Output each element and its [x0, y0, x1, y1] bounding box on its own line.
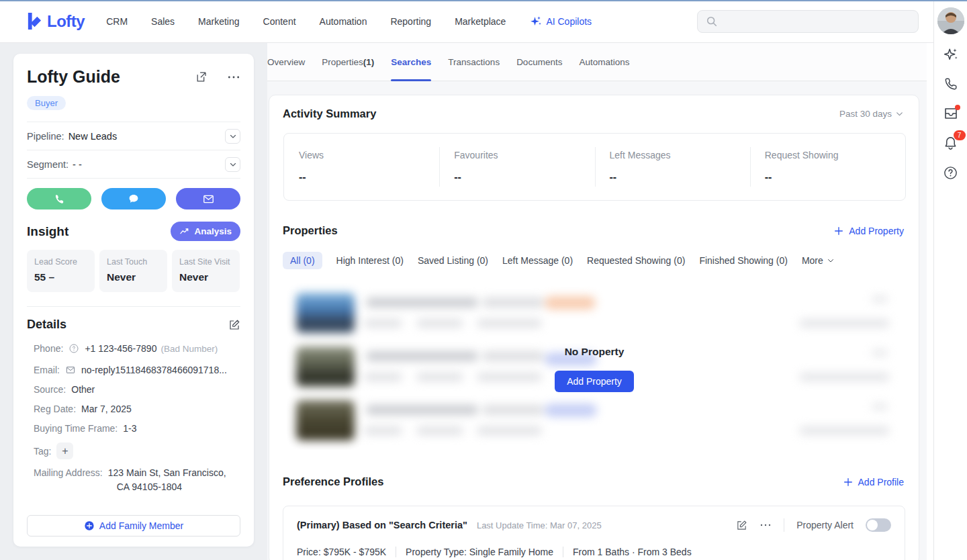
- nav-marketplace[interactable]: Marketplace: [455, 16, 506, 27]
- searches-panel: Activity Summary Past 30 days Views -- F…: [269, 95, 919, 560]
- more-menu-icon[interactable]: [227, 71, 240, 84]
- email-row: Email: no-reply15118468378466091718...: [34, 363, 240, 375]
- tag-row: Tag: +: [34, 442, 240, 459]
- chevron-down-icon: [895, 109, 904, 118]
- filter-high-interest[interactable]: High Interest (0): [336, 255, 404, 266]
- window-accent-line: [0, 0, 967, 1]
- lead-name: Lofty Guide: [27, 67, 195, 87]
- add-property-link[interactable]: Add Property: [833, 226, 904, 236]
- search-icon: [706, 15, 718, 28]
- profile-rooms: From 1 Baths · From 3 Beds: [573, 547, 692, 557]
- right-toolbar: 7: [933, 0, 967, 560]
- activity-left-messages: Left Messages --: [595, 134, 750, 200]
- nav-marketing[interactable]: Marketing: [198, 16, 239, 27]
- user-avatar[interactable]: [937, 7, 964, 34]
- tab-properties[interactable]: Properties(1): [322, 43, 374, 81]
- tab-searches[interactable]: Searches: [391, 43, 431, 81]
- dialer-icon[interactable]: [943, 76, 959, 92]
- nav-automation[interactable]: Automation: [320, 16, 367, 27]
- last-touch-card: Last Touch Never: [99, 250, 167, 292]
- profile-title: (Primary) Based on "Search Criteria": [297, 520, 467, 530]
- plus-icon: [833, 226, 844, 236]
- add-profile-link[interactable]: Add Profile: [843, 477, 904, 487]
- notifications-bell-icon[interactable]: 7: [943, 135, 959, 151]
- plus-icon: [843, 477, 854, 487]
- activity-range-dropdown[interactable]: Past 30 days: [839, 109, 904, 119]
- edit-profile-icon[interactable]: [736, 520, 747, 531]
- sparkle-icon: [530, 15, 542, 28]
- nav-crm[interactable]: CRM: [106, 16, 128, 27]
- notifications-count-badge: 7: [954, 130, 966, 140]
- phone-verify-icon: [68, 343, 79, 354]
- lofty-logo-icon: [26, 11, 42, 31]
- call-button[interactable]: [27, 188, 91, 209]
- mailing-address-row: Mailing Address: 123 Main St, San Franci…: [34, 466, 240, 494]
- top-navigation-bar: Lofty CRM Sales Marketing Content Automa…: [0, 0, 933, 43]
- message-button[interactable]: [101, 188, 166, 209]
- filter-left-message[interactable]: Left Message (0): [502, 255, 573, 266]
- main-content: Overview Properties(1) Searches Transact…: [267, 43, 933, 560]
- property-alert-label: Property Alert: [796, 520, 854, 530]
- lofty-logo[interactable]: Lofty: [26, 11, 85, 31]
- source-row: Source: Other: [34, 384, 240, 395]
- insight-title: Insight: [27, 224, 171, 239]
- activity-request-showing: Request Showing --: [750, 134, 905, 200]
- activity-favourites: Favourites --: [439, 134, 594, 200]
- last-site-visit-card: Last Site Visit Never: [172, 250, 240, 292]
- email-icon: [65, 365, 76, 375]
- property-alert-toggle[interactable]: [866, 518, 891, 532]
- ai-assistant-icon[interactable]: [943, 46, 959, 62]
- add-property-button[interactable]: Add Property: [555, 371, 634, 392]
- tab-overview[interactable]: Overview: [267, 43, 305, 81]
- edit-details-icon[interactable]: [228, 319, 240, 331]
- chart-line-icon: [179, 227, 190, 236]
- profile-type: Property Type: Single Family Home: [406, 547, 553, 557]
- profile-price: Price: $795K - $795K: [297, 547, 386, 557]
- share-icon[interactable]: [195, 71, 208, 83]
- scrollbar-track[interactable]: [927, 43, 933, 560]
- tab-transactions[interactable]: Transactions: [448, 43, 500, 81]
- email-button[interactable]: [176, 188, 240, 209]
- global-search-input[interactable]: [697, 10, 919, 33]
- help-icon[interactable]: [943, 165, 959, 181]
- chevron-down-icon: [827, 256, 835, 265]
- inbox-icon[interactable]: [943, 105, 959, 122]
- lead-score-card: Lead Score 55 –: [27, 250, 95, 292]
- profile-updated: Last Update Time: Mar 07, 2025: [477, 520, 736, 530]
- properties-title: Properties: [283, 224, 833, 237]
- phone-row: Phone: +1 123-456-7890 (Bad Number): [34, 341, 240, 354]
- avatar-photo: [937, 7, 964, 34]
- nav-reporting[interactable]: Reporting: [390, 16, 431, 27]
- buying-time-frame-row: Buying Time Frame: 1-3: [34, 423, 240, 434]
- nav-ai-copilots[interactable]: AI Copilots: [530, 15, 592, 28]
- filter-more[interactable]: More: [802, 255, 835, 266]
- profile-more-icon[interactable]: [759, 519, 772, 531]
- segment-dropdown-button[interactable]: [225, 157, 240, 172]
- inbox-unread-dot: [955, 105, 960, 110]
- pipeline-dropdown-button[interactable]: [225, 129, 240, 144]
- pipeline-row: Pipeline: New Leads: [27, 122, 240, 150]
- property-filters: All (0) High Interest (0) Saved Listing …: [283, 252, 835, 269]
- filter-saved-listing[interactable]: Saved Listing (0): [418, 255, 488, 266]
- lead-tabs: Overview Properties(1) Searches Transact…: [267, 43, 933, 81]
- details-title: Details: [27, 318, 228, 332]
- lead-profile-card: Lofty Guide Buyer Pipeline: New Leads Se…: [13, 54, 254, 547]
- add-family-member-button[interactable]: Add Family Member: [27, 515, 240, 536]
- reg-date-row: Reg Date: Mar 7, 2025: [34, 404, 240, 414]
- segment-row: Segment: - -: [27, 150, 240, 178]
- add-tag-button[interactable]: +: [56, 442, 73, 459]
- filter-requested-showing[interactable]: Requested Showing (0): [587, 255, 685, 266]
- nav-sales[interactable]: Sales: [151, 16, 175, 27]
- analysis-button[interactable]: Analysis: [171, 222, 240, 241]
- preference-profile-card: (Primary) Based on "Search Criteria" Las…: [283, 506, 905, 560]
- plus-circle-icon: [84, 520, 95, 531]
- lofty-logo-text: Lofty: [47, 12, 85, 31]
- no-property-overlay: No Property Add Property: [283, 346, 906, 392]
- tab-automations[interactable]: Automations: [579, 43, 629, 81]
- activity-views: Views --: [284, 134, 439, 200]
- tab-documents[interactable]: Documents: [516, 43, 562, 81]
- nav-content[interactable]: Content: [263, 16, 296, 27]
- filter-finished-showing[interactable]: Finished Showing (0): [699, 255, 788, 266]
- activity-stats: Views -- Favourites -- Left Messages -- …: [283, 133, 906, 201]
- filter-all[interactable]: All (0): [283, 252, 322, 269]
